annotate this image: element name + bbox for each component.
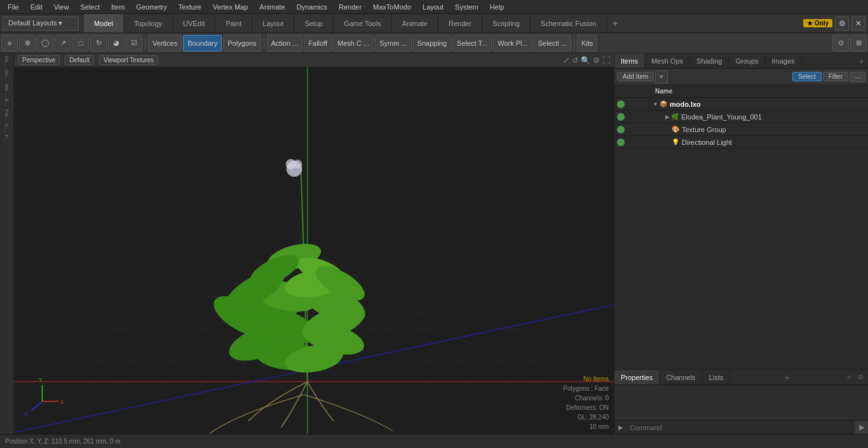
- command-input[interactable]: [627, 424, 854, 431]
- list-item[interactable]: 💡 Directional Light: [614, 136, 868, 149]
- tab-add-icon[interactable]: +: [607, 18, 623, 29]
- action-button[interactable]: Action ...: [267, 35, 303, 51]
- tool-rotate-icon[interactable]: ↻: [90, 35, 107, 51]
- viewport-options-icon[interactable]: ⊙: [832, 35, 849, 51]
- vertices-button[interactable]: Vertices: [148, 35, 182, 51]
- work-pl-button[interactable]: Work Pl...: [493, 35, 532, 51]
- menu-geometry[interactable]: Geometry: [131, 2, 172, 12]
- sidebar-label-c[interactable]: C...: [3, 123, 10, 133]
- menu-select[interactable]: Select: [75, 2, 105, 12]
- vp-settings-icon[interactable]: ⚙: [593, 56, 600, 65]
- falloff-button[interactable]: Falloff: [304, 35, 332, 51]
- tab-mesh-ops[interactable]: Mesh Ops: [645, 53, 690, 68]
- mesh-c-button[interactable]: Mesh C ...: [333, 35, 374, 51]
- tab-groups[interactable]: Groups: [729, 53, 765, 68]
- tab-scripting[interactable]: Scripting: [482, 14, 531, 32]
- menu-view[interactable]: View: [49, 2, 74, 12]
- layout-settings-icon[interactable]: ⚙: [835, 17, 849, 31]
- snapping-button[interactable]: Snapping: [413, 35, 452, 51]
- menu-animate[interactable]: Animate: [254, 2, 290, 12]
- tab-game-tools[interactable]: Game Tools: [334, 14, 392, 32]
- menu-item[interactable]: Item: [106, 2, 130, 12]
- viewport-canvas[interactable]: X Y Z No Items Polygons : Face Channels:…: [14, 67, 614, 434]
- tab-setup[interactable]: Setup: [294, 14, 334, 32]
- polygons-button[interactable]: Polygons: [223, 35, 261, 51]
- layout-close-icon[interactable]: ✕: [851, 17, 865, 31]
- command-submit-btn[interactable]: ▶: [854, 421, 868, 434]
- items-tab-add[interactable]: +: [855, 56, 868, 66]
- select-t-button[interactable]: Select T...: [452, 35, 492, 51]
- select-button[interactable]: Select: [792, 72, 822, 81]
- menu-texture[interactable]: Texture: [173, 2, 207, 12]
- add-item-button[interactable]: Add Item: [617, 72, 654, 81]
- menu-edit[interactable]: Edit: [25, 2, 48, 12]
- tab-layout[interactable]: Layout: [252, 14, 294, 32]
- command-arrow[interactable]: ▶: [614, 421, 627, 434]
- tool-snap-icon[interactable]: ⊕: [19, 35, 36, 51]
- prop-tab-properties[interactable]: Properties: [614, 370, 660, 384]
- item-expand-arrow[interactable]: ▼: [653, 101, 658, 107]
- items-dropdown-icon[interactable]: ▾: [655, 71, 668, 83]
- tool-transform-icon[interactable]: ↗: [55, 35, 71, 51]
- prop-settings-icon[interactable]: ⚙: [855, 372, 865, 383]
- prop-expand-icon[interactable]: ⤢: [844, 372, 854, 383]
- sidebar-label-mesh[interactable]: Me...: [3, 83, 10, 97]
- tab-topology[interactable]: Topology: [124, 14, 173, 32]
- menu-help[interactable]: Help: [485, 2, 510, 12]
- vp-search-icon[interactable]: 🔍: [581, 56, 590, 65]
- menu-layout[interactable]: Layout: [417, 2, 449, 12]
- kits-button[interactable]: Kits: [577, 35, 597, 51]
- tab-uvedit[interactable]: UVEdit: [173, 14, 215, 32]
- snapping-label: Snapping: [417, 39, 447, 47]
- prop-tab-lists[interactable]: Lists: [703, 370, 731, 384]
- tool-check-icon[interactable]: ☑: [126, 35, 142, 51]
- menu-file[interactable]: File: [3, 2, 24, 12]
- sidebar-label-default[interactable]: De...: [3, 55, 10, 68]
- tab-render[interactable]: Render: [438, 14, 482, 32]
- select-i-button[interactable]: Selecti ...: [534, 35, 571, 51]
- vp-default-btn[interactable]: Default: [65, 55, 94, 65]
- prop-tab-channels[interactable]: Channels: [660, 370, 702, 384]
- minus-button[interactable]: —: [850, 72, 865, 82]
- vp-textures-btn[interactable]: Viewport Textures: [99, 55, 158, 65]
- viewport-grid-icon[interactable]: ⊞: [850, 35, 867, 51]
- vp-move-icon[interactable]: ⤢: [563, 56, 569, 65]
- tab-paint[interactable]: Paint: [215, 14, 252, 32]
- tab-model[interactable]: Model: [84, 14, 124, 32]
- vis-eye-dot[interactable]: [617, 113, 625, 121]
- menu-maxtomode[interactable]: MaxToModo: [368, 2, 416, 12]
- only-badge[interactable]: ★ Only: [803, 19, 832, 27]
- tool-lasso-icon[interactable]: ◯: [37, 35, 53, 51]
- tab-animate[interactable]: Animate: [392, 14, 438, 32]
- tab-items[interactable]: Items: [614, 53, 645, 68]
- tool-box-icon[interactable]: □: [72, 35, 89, 51]
- menu-dynamics[interactable]: Dynamics: [292, 2, 332, 12]
- symm-button[interactable]: Symm ...: [375, 35, 411, 51]
- vp-perspective-btn[interactable]: Perspective: [18, 55, 60, 65]
- tool-visibility-icon[interactable]: ◕: [108, 35, 125, 51]
- vis-eye-dot[interactable]: [617, 126, 625, 133]
- sidebar-label-pol[interactable]: Pol...: [3, 108, 10, 122]
- item-expand-arrow[interactable]: ▶: [665, 114, 670, 120]
- filter-button[interactable]: Filter: [823, 72, 848, 81]
- vis-eye-dot[interactable]: [617, 100, 625, 108]
- list-item[interactable]: ▶ 🌿 Elodea_Plant_Young_001: [614, 111, 868, 123]
- list-item[interactable]: ▼ 📦 modo.lxo: [614, 98, 868, 111]
- sidebar-label-dup[interactable]: Du...: [3, 69, 10, 82]
- sidebar-label-e[interactable]: E...: [3, 97, 10, 107]
- layout-dropdown[interactable]: Default Layouts ▾: [3, 17, 79, 31]
- tool-select-icon[interactable]: ≡: [1, 35, 18, 51]
- prop-tab-add[interactable]: +: [781, 372, 794, 383]
- vis-eye-dot[interactable]: [617, 139, 625, 146]
- sidebar-label-f[interactable]: F...: [3, 133, 10, 143]
- menu-vertex-map[interactable]: Vertex Map: [208, 2, 254, 12]
- list-item[interactable]: 🎨 Texture Group: [614, 123, 868, 136]
- vp-fullscreen-icon[interactable]: ⛶: [602, 56, 610, 65]
- vp-rotate-icon[interactable]: ↺: [572, 56, 578, 65]
- menu-render[interactable]: Render: [334, 2, 367, 12]
- tab-shading[interactable]: Shading: [690, 53, 729, 68]
- boundary-button[interactable]: Boundary: [183, 35, 222, 51]
- tab-schematic-fusion[interactable]: Schematic Fusion: [531, 14, 607, 32]
- menu-system[interactable]: System: [450, 2, 484, 12]
- tab-images[interactable]: Images: [766, 53, 802, 68]
